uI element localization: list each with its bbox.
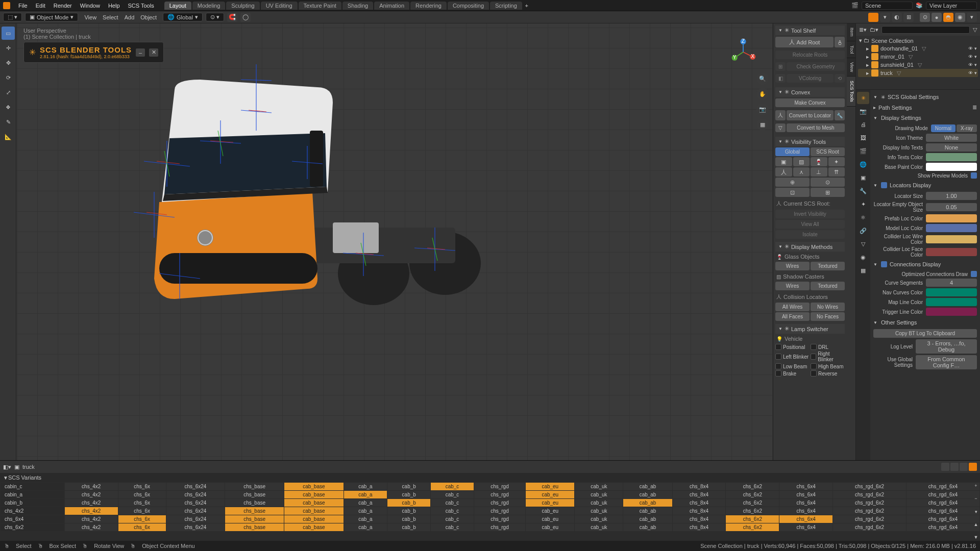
variant-cell[interactable]: cab_c [431, 507, 473, 515]
tab-tool[interactable]: Tool [847, 41, 855, 59]
variant-cell[interactable]: cab_base [284, 499, 344, 507]
coll-allwires[interactable]: All Wires [775, 303, 810, 311]
outliner-editor-select[interactable]: ≣▾ [859, 27, 867, 33]
view-btn-2[interactable] [950, 463, 959, 471]
perspective-icon[interactable]: ▦ [756, 118, 769, 131]
variant-cell[interactable]: cab_ab [623, 507, 672, 515]
coll-nowires[interactable]: No Wires [811, 303, 845, 311]
variant-cell[interactable]: cab_a [344, 483, 387, 490]
variant-cell[interactable]: cab_c [431, 523, 473, 531]
shadow-textured[interactable]: Textured [811, 282, 845, 290]
orientation-gizmo[interactable]: X Y Z [729, 38, 757, 66]
coll-wire-color[interactable] [926, 235, 977, 243]
view-btn-4[interactable] [969, 463, 977, 471]
scale-tool[interactable]: ⤢ [2, 86, 15, 99]
variant-cell[interactable]: chs_6x4 [779, 483, 832, 490]
overlay-btn-2[interactable]: ▾ [880, 13, 890, 22]
convert-mesh-button[interactable]: Convert to Mesh [787, 123, 845, 132]
variant-cell[interactable]: cab_eu [526, 499, 574, 507]
lamp-check-high-beam[interactable] [811, 363, 817, 369]
variant-cell[interactable]: chs_4x2 [65, 499, 118, 507]
nav-color[interactable] [926, 288, 977, 296]
variant-cell[interactable]: chs_6x24 [166, 491, 225, 498]
view-btn-3[interactable] [960, 463, 968, 471]
icon-theme-select[interactable]: White [926, 134, 977, 142]
variant-cell[interactable]: chs_8x4 [673, 483, 726, 490]
variant-cell[interactable]: cab_b [387, 507, 430, 515]
prop-tab-output[interactable]: 🖨 [857, 118, 869, 131]
variant-cell[interactable]: cab_eu [526, 523, 574, 531]
header-menu-select[interactable]: Select [100, 14, 121, 20]
tab-item[interactable]: Item [847, 23, 855, 41]
convex-header[interactable]: ✳ Convex [775, 87, 845, 97]
variant-cell[interactable]: cab_uk [575, 483, 623, 490]
variant-cell[interactable]: chs_6x [118, 491, 166, 498]
prop-tab-particles[interactable]: ✦ [857, 198, 869, 210]
variant-cell[interactable]: cab_base [284, 491, 344, 498]
variant-cell[interactable]: chs_6x4 [779, 491, 832, 498]
vis-icon-10[interactable]: ⊙ [811, 178, 845, 187]
variant-cell[interactable]: chs_6x24 [166, 515, 225, 523]
variant-cell[interactable]: cab_base [284, 523, 344, 531]
prop-tab-world[interactable]: 🌐 [857, 158, 869, 170]
glass-textured[interactable]: Textured [811, 262, 845, 270]
viewall-button[interactable]: View All [775, 220, 845, 229]
paint-color[interactable] [926, 163, 977, 171]
prop-tab-object[interactable]: ▣ [857, 171, 869, 184]
vis-icon-7[interactable]: ⊥ [811, 167, 827, 177]
orientation-select[interactable]: 🌐 Global ▾ [163, 13, 203, 21]
variant-row-chs_6x4[interactable]: chs_6x4 [1, 515, 64, 523]
variant-cell[interactable]: chs_6x2 [726, 483, 779, 490]
variant-cell[interactable]: cab_a [344, 523, 387, 531]
workspace-tab-animation[interactable]: Animation [374, 2, 409, 10]
variants-add[interactable]: + [973, 483, 979, 488]
conv-loc-icon[interactable]: 人 [775, 110, 786, 120]
variant-cell[interactable]: chs_6x [118, 483, 166, 490]
variant-cell[interactable]: cab_eu [526, 515, 574, 523]
workspace-tab-layout[interactable]: Layout [164, 2, 191, 10]
variant-cell[interactable]: chs_base [225, 507, 284, 515]
proportional-toggle[interactable]: ◯ [240, 13, 251, 22]
menu-help[interactable]: Help [104, 3, 124, 9]
variant-cell[interactable]: chs_rgd_6x4 [906, 483, 979, 490]
variant-cell[interactable]: cab_b [387, 499, 430, 507]
rotate-tool[interactable]: ⟳ [2, 71, 15, 84]
log-level-select[interactable]: 3 - Errors, …fo, Debug [916, 339, 977, 354]
conv-loc-wrench[interactable]: 🔧 [835, 110, 845, 120]
global-settings-select[interactable]: From Common Config F… [916, 355, 977, 369]
variant-cell[interactable]: chs_6x24 [166, 499, 225, 507]
variant-cell[interactable]: cab_a [344, 515, 387, 523]
variant-cell[interactable]: chs_8x4 [673, 515, 726, 523]
lamp-check-drl[interactable] [811, 344, 817, 350]
banner-close[interactable]: ✕ [149, 48, 158, 57]
variant-cell[interactable]: cab_ab [623, 523, 672, 531]
variant-cell[interactable]: chs_8x4 [673, 523, 726, 531]
lamp-check-low-beam[interactable] [775, 363, 781, 369]
header-menu-add[interactable]: Add [121, 14, 138, 20]
convert-locator-button[interactable]: Convert to Locator [787, 110, 834, 120]
shading-material[interactable]: ◓ [943, 13, 953, 22]
variant-cell[interactable]: chs_4x2 [65, 491, 118, 498]
variant-cell[interactable]: cab_b [387, 491, 430, 498]
vis-icon-5[interactable]: 人 [775, 167, 792, 177]
scene-field[interactable]: Scene [862, 2, 913, 10]
prop-tab-texture[interactable]: ▦ [857, 264, 869, 277]
variant-cell[interactable]: cab_b [387, 523, 430, 531]
pan-icon[interactable]: ✋ [756, 88, 769, 100]
menu-file[interactable]: File [14, 3, 32, 9]
vcolor-icon[interactable]: ◧ [775, 74, 786, 83]
variant-cell[interactable]: chs_6x4 [779, 515, 832, 523]
overlay-btn-1[interactable] [868, 13, 878, 22]
variant-row-cabin_b[interactable]: cabin_b [1, 499, 64, 507]
prop-tab-render[interactable]: 📷 [857, 105, 869, 117]
lamp-check-right-blinker[interactable] [811, 354, 816, 360]
shading-solid[interactable]: ● [932, 13, 942, 22]
mode-select[interactable]: ▣Object Mode▾ [25, 13, 78, 21]
coll-nofaces[interactable]: No Faces [811, 312, 845, 321]
transform-tool[interactable]: ❖ [2, 101, 15, 114]
variant-cell[interactable]: chs_rgd_6x4 [906, 507, 979, 515]
variant-cell[interactable]: cab_eu [526, 483, 574, 490]
make-convex-button[interactable]: Make Convex [775, 98, 845, 107]
lamp-check-brake[interactable] [775, 370, 781, 377]
coll-allfaces[interactable]: All Faces [775, 312, 810, 321]
